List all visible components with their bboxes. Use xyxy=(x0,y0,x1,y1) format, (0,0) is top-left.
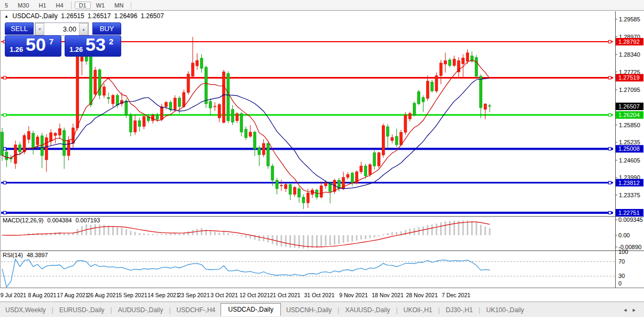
svg-text:1.28340: 1.28340 xyxy=(619,51,640,58)
rsi-header: RSI(14) 48.3897 xyxy=(3,252,50,258)
line-handle[interactable] xyxy=(4,114,6,117)
line-handle[interactable] xyxy=(609,181,611,184)
bid-price-badge: 1.26507 xyxy=(616,103,643,110)
svg-text:1.25850: 1.25850 xyxy=(619,122,640,128)
tab-usdchf-h4[interactable]: USDCHF-,H4 xyxy=(171,304,221,316)
tab-usdcnh-daily[interactable]: USDCNH-,Daily xyxy=(281,304,337,316)
date-label: 28 Nov 2021 xyxy=(406,292,438,298)
timeframe-toolbar: 5M30H1H4D1W1MN xyxy=(0,0,644,11)
tab-usdcad-daily[interactable]: USDCAD-,Daily xyxy=(221,303,281,316)
date-label: 8 Aug 2021 xyxy=(28,292,56,298)
date-label: 17 Aug 2021 xyxy=(57,292,89,298)
date-label: 7 Dec 2021 xyxy=(442,292,470,298)
timeframe-button-h4[interactable]: H4 xyxy=(52,2,68,9)
svg-text:1.25235: 1.25235 xyxy=(619,139,640,145)
rsi-name: RSI(14) xyxy=(3,252,23,258)
date-label: 3 Oct 2021 xyxy=(210,292,238,298)
tab-scroll-left-icon[interactable]: ◄ xyxy=(623,307,627,313)
timeframe-button-m30[interactable]: M30 xyxy=(13,2,33,9)
rsi-splitter[interactable] xyxy=(0,250,644,251)
line-handle[interactable] xyxy=(609,211,611,214)
tab-dj30-h1[interactable]: DJ30-,H1 xyxy=(441,304,478,316)
macd-header: MACD(12,26,9) 0.004384 0.007193 xyxy=(3,217,102,223)
svg-text:1.26507: 1.26507 xyxy=(618,103,640,110)
indicator-axis-label: 100 xyxy=(618,249,628,255)
price-badge-1.25008: 1.25008 xyxy=(616,145,643,152)
tab-ukoil-h1[interactable]: UKOil-,H1 xyxy=(398,304,438,316)
tab-scroll-right-icon[interactable]: ► xyxy=(632,307,637,313)
line-handle[interactable] xyxy=(4,211,6,214)
line-handle[interactable] xyxy=(609,148,611,150)
timeframe-button-5[interactable]: 5 xyxy=(1,2,12,9)
svg-text:1.24605: 1.24605 xyxy=(619,157,640,164)
date-label: 18 Nov 2021 xyxy=(372,292,404,298)
buy-button[interactable]: BUY xyxy=(92,22,121,35)
bid-quote-button[interactable]: 1.26 50 7 xyxy=(5,35,61,57)
tab-separator: | xyxy=(396,306,397,314)
price-badge-1.22751: 1.22751 xyxy=(616,209,643,217)
indicator-axis-label: 0.00 xyxy=(618,232,630,238)
timeframe-button-h1[interactable]: H1 xyxy=(35,2,51,9)
toolbar-separator xyxy=(131,2,131,9)
line-handle[interactable] xyxy=(609,41,611,43)
indicator-axis-label: 0.009345 xyxy=(618,217,643,223)
line-handle[interactable] xyxy=(4,181,6,184)
line-handle[interactable] xyxy=(609,114,611,117)
svg-text:1.26204: 1.26204 xyxy=(618,112,640,118)
tab-scroll-controls: ◄► xyxy=(623,307,644,313)
timeframe-button-d1[interactable]: D1 xyxy=(75,2,91,9)
svg-text:1.29585: 1.29585 xyxy=(619,16,640,22)
ohlc-open: 1.26515 xyxy=(61,12,84,20)
date-label: 29 Jul 2021 xyxy=(0,292,26,298)
bid-price-pip: 7 xyxy=(49,37,53,46)
tab-xauusd-daily[interactable]: XAUUSD-,Daily xyxy=(340,304,395,316)
svg-text:1.28792: 1.28792 xyxy=(618,38,640,45)
tab-separator: | xyxy=(111,306,112,314)
lot-increase-button[interactable]: ▲ xyxy=(79,23,88,35)
bid-price-prefix: 1.26 xyxy=(10,45,23,53)
indicator-axis-label: 0 xyxy=(618,280,622,287)
tab-usdx-weekly[interactable]: USDX,Weekly xyxy=(0,304,51,316)
date-label: 14 Sep 2021 xyxy=(147,292,179,298)
ask-price-big: 53 xyxy=(85,34,106,55)
tab-eurusd-daily[interactable]: EURUSD-,Daily xyxy=(54,304,110,316)
tab-separator: | xyxy=(478,306,480,314)
macd-signal-value: 0.007193 xyxy=(75,217,100,223)
ask-price-pip: 2 xyxy=(109,37,113,46)
one-click-trading-panel: SELL ▼ ▲ BUY 1.26 50 7 1.26 53 2 xyxy=(5,22,121,57)
line-handle[interactable] xyxy=(609,76,611,79)
ohlc-close: 1.26507 xyxy=(141,12,164,20)
tab-audusd-daily[interactable]: AUDUSD-,Daily xyxy=(113,304,169,316)
ohlc-low: 1.26496 xyxy=(114,12,137,20)
time-axis[interactable]: 29 Jul 20218 Aug 202117 Aug 202126 Aug 2… xyxy=(0,292,470,298)
svg-text:1.22751: 1.22751 xyxy=(618,210,640,216)
ask-price-prefix: 1.26 xyxy=(69,45,83,53)
ask-quote-button[interactable]: 1.26 53 2 xyxy=(65,35,121,57)
svg-text:1.27519: 1.27519 xyxy=(618,74,640,81)
rsi-value: 48.3897 xyxy=(27,252,48,258)
collapse-triangle-icon[interactable]: ▲ xyxy=(4,14,9,19)
timeframe-button-mn[interactable]: MN xyxy=(110,2,128,9)
tab-separator: | xyxy=(337,306,339,314)
chart-tabs-bar: USDX,Weekly|EURUSD-,Daily|AUDUSD-,Daily|… xyxy=(0,301,644,317)
tab-uk100-daily[interactable]: UK100-,Daily xyxy=(481,304,529,316)
bid-price-big: 50 xyxy=(26,34,46,55)
svg-text:1.23812: 1.23812 xyxy=(618,180,640,186)
date-label: 9 Nov 2021 xyxy=(339,292,368,298)
lot-decrease-button[interactable]: ▼ xyxy=(35,23,44,35)
date-label: 21 Oct 2021 xyxy=(270,292,300,298)
tab-separator: | xyxy=(438,306,440,314)
date-label: 26 Aug 2021 xyxy=(88,292,119,298)
timeframe-button-w1[interactable]: W1 xyxy=(92,2,109,9)
sell-button[interactable]: SELL xyxy=(5,22,34,35)
line-handle[interactable] xyxy=(4,148,6,150)
lot-size-input[interactable] xyxy=(44,23,79,35)
toolbar-separator xyxy=(71,2,72,9)
price-badge-1.27519: 1.27519 xyxy=(616,74,643,81)
chart-title: ▲ USDCAD-,Daily 1.26515 1.26517 1.26496 … xyxy=(4,12,166,20)
ohlc-high: 1.26517 xyxy=(88,12,111,20)
line-handle[interactable] xyxy=(4,76,6,79)
svg-text:1.23375: 1.23375 xyxy=(619,192,640,198)
date-label: 31 Oct 2021 xyxy=(304,292,334,298)
price-badge-1.26204: 1.26204 xyxy=(616,111,643,119)
